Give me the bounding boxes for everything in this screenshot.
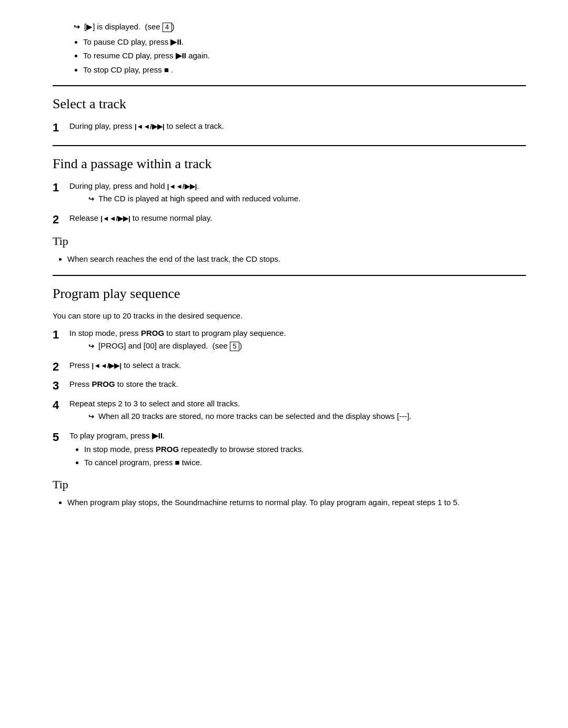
prog-label-1: PROG (141, 329, 164, 337)
prog-step-5-bullets: In stop mode, press PROG repeatedly to b… (69, 444, 526, 468)
prog-tip-item: When program play stops, the Soundmachin… (67, 496, 526, 509)
prog-sub-bullet-2: To cancel program, press ■ twice. (84, 457, 526, 469)
step-passage-num-2: 2 (53, 212, 69, 228)
passage-tip-list: When search reaches the end of the last … (53, 253, 526, 265)
prog-step-5: 5 To play program, press ▶II. In stop mo… (53, 430, 526, 471)
prog-sub-text-1: [PROG] and [00] are displayed. (see 5) (98, 340, 242, 352)
skip-icon-4: |◄◄/▶▶| (92, 362, 122, 370)
step-passage-1-text: During play, press and hold |◄◄/▶▶|. (69, 181, 199, 190)
select-track-section: Select a track 1 During play, press |◄◄/… (53, 94, 526, 136)
prog-step-num-1: 1 (53, 327, 69, 343)
prog-label-3: PROG (92, 380, 115, 388)
prog-step-4-content: Repeat steps 2 to 3 to select and store … (69, 398, 526, 426)
prog-step-num-4: 4 (53, 398, 69, 413)
step-passage-num-1: 1 (53, 180, 69, 196)
prog-sub-arrow-icon-1: ↪ (88, 341, 94, 352)
program-play-section: Program play sequence You can store up t… (53, 283, 526, 509)
stop-symbol-5b: ■ (175, 458, 180, 467)
prog-tip-list: When program play stops, the Soundmachin… (53, 496, 526, 509)
program-play-title: Program play sequence (53, 283, 526, 304)
play-pause-symbol: ▶II (170, 37, 181, 46)
find-passage-title: Find a passage within a track (53, 153, 526, 174)
prog-step-2: 2 Press |◄◄/▶▶| to select a track. (53, 360, 526, 375)
intro-arrow-line: ↪ [▶] is displayed. (see 4) (68, 21, 526, 33)
passage-tip-item: When search reaches the end of the last … (67, 253, 526, 265)
step-passage-1: 1 During play, press and hold |◄◄/▶▶|. ↪… (53, 180, 526, 208)
step-passage-2-text: Release |◄◄/▶▶| to resume normal play. (69, 212, 526, 224)
stop-symbol: ■ (164, 65, 169, 74)
prog-sub-arrow-icon-4: ↪ (88, 412, 94, 422)
play-pause-symbol-5: ▶II (152, 431, 163, 440)
step-select-1: 1 During play, press |◄◄/▶▶| to select a… (53, 120, 526, 136)
prog-step-num-2: 2 (53, 360, 69, 375)
prog-step-num-5: 5 (53, 430, 69, 445)
select-track-title: Select a track (53, 94, 526, 114)
intro-arrow-text: [▶] is displayed. (see 4) (84, 21, 175, 33)
step-passage-2: 2 Release |◄◄/▶▶| to resume normal play. (53, 212, 526, 228)
prog-sub-bullet-1: In stop mode, press PROG repeatedly to b… (84, 444, 526, 456)
prog-step-3: 3 Press PROG to store the track. (53, 378, 526, 394)
bullet-resume: To resume CD play, press ▶II again. (83, 50, 526, 62)
sub-arrow-icon: ↪ (88, 194, 94, 204)
bullet-stop: To stop CD play, press ■ . (83, 64, 526, 76)
ref-box-5: 5 (230, 342, 239, 351)
arrow-icon: ↪ (74, 22, 80, 33)
prog-label-5a: PROG (156, 445, 179, 454)
prog-sub-arrow-4: ↪ When all 20 tracks are stored, no more… (69, 411, 526, 423)
intro-bullets: To pause CD play, press ▶II. To resume C… (68, 36, 526, 76)
prog-step-4-text: Repeat steps 2 to 3 to select and store … (69, 399, 240, 408)
prog-step-2-text: Press |◄◄/▶▶| to select a track. (69, 360, 526, 372)
prog-step-3-text: Press PROG to store the track. (69, 378, 526, 391)
prog-step-1-content: In stop mode, press PROG to start to pro… (69, 327, 526, 355)
skip-icon-2: |◄◄/▶▶| (167, 182, 197, 190)
prog-tip-title: Tip (53, 476, 526, 493)
prog-step-5-content: To play program, press ▶II. In stop mode… (69, 430, 526, 471)
play-pause-symbol-2: ▶II (176, 51, 186, 60)
step-number-1: 1 (53, 120, 69, 136)
passage-sub-text: The CD is played at high speed and with … (98, 193, 300, 205)
divider-find-passage (53, 145, 526, 146)
passage-tip-title: Tip (53, 232, 526, 250)
prog-step-num-3: 3 (53, 378, 69, 394)
prog-play-intro: You can store up to 20 tracks in the des… (53, 310, 526, 322)
ref-box-4: 4 (163, 23, 172, 32)
passage-tip-block: Tip When search reaches the end of the l… (53, 232, 526, 265)
find-passage-section: Find a passage within a track 1 During p… (53, 153, 526, 266)
prog-step-4: 4 Repeat steps 2 to 3 to select and stor… (53, 398, 526, 426)
step-passage-1-content: During play, press and hold |◄◄/▶▶|. ↪ T… (69, 180, 526, 208)
skip-icon-3: |◄◄/▶▶| (100, 214, 130, 222)
divider-program-play (53, 275, 526, 276)
bullet-pause: To pause CD play, press ▶II. (83, 36, 526, 48)
prog-sub-arrow-1: ↪ [PROG] and [00] are displayed. (see 5) (69, 340, 526, 352)
divider-select-track (53, 85, 526, 86)
intro-section: ↪ [▶] is displayed. (see 4) To pause CD … (53, 21, 526, 76)
prog-tip-block: Tip When program play stops, the Soundma… (53, 476, 526, 509)
prog-sub-text-4: When all 20 tracks are stored, no more t… (98, 411, 411, 423)
prog-step-1: 1 In stop mode, press PROG to start to p… (53, 327, 526, 355)
skip-icon-1: |◄◄/▶▶| (135, 122, 165, 130)
prog-step-5-text: To play program, press ▶II. (69, 431, 165, 440)
prog-step-1-text: In stop mode, press PROG to start to pro… (69, 329, 286, 337)
passage-sub-arrow: ↪ The CD is played at high speed and wit… (69, 193, 526, 205)
step-select-1-text: During play, press |◄◄/▶▶| to select a t… (69, 120, 526, 132)
